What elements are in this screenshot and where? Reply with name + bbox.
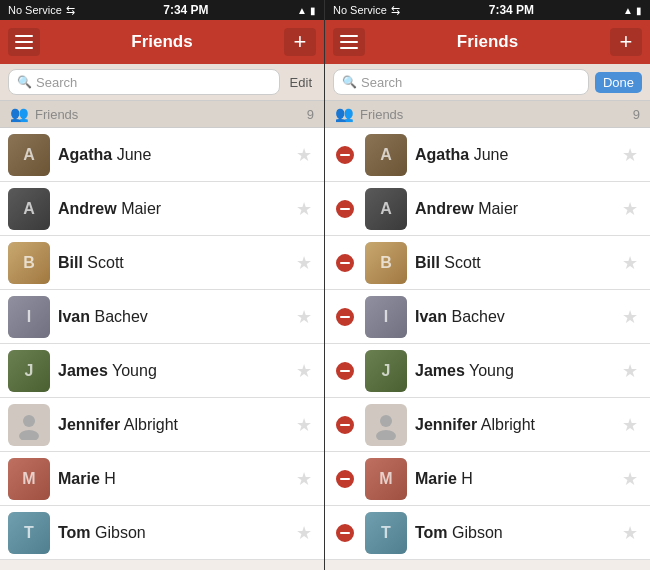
- section-label: Friends: [360, 107, 627, 122]
- delete-button[interactable]: [333, 197, 357, 221]
- item-name: Agatha June: [415, 146, 610, 164]
- star-button[interactable]: ★: [618, 305, 642, 329]
- menu-button[interactable]: [333, 28, 365, 56]
- star-button[interactable]: ★: [618, 521, 642, 545]
- delete-button[interactable]: [333, 305, 357, 329]
- search-input-wrap[interactable]: 🔍 Search: [333, 69, 589, 95]
- item-name: Agatha June: [58, 146, 284, 164]
- star-button[interactable]: ★: [618, 197, 642, 221]
- avatar: A: [365, 134, 407, 176]
- edit-button[interactable]: Edit: [286, 73, 316, 92]
- star-icon: ★: [296, 468, 312, 490]
- section-label: Friends: [35, 107, 301, 122]
- list-item[interactable]: T Tom Gibson ★: [0, 506, 324, 560]
- list-item[interactable]: A Agatha June ★: [0, 128, 324, 182]
- status-bar: No Service ⇆ 7:34 PM ▲ ▮: [325, 0, 650, 20]
- item-name: James Young: [415, 362, 610, 380]
- section-count: 9: [633, 107, 640, 122]
- delete-button[interactable]: [333, 143, 357, 167]
- list-item[interactable]: A Andrew Maier ★: [0, 182, 324, 236]
- nav-bar: Friends +: [0, 20, 324, 64]
- list-item[interactable]: Jennifer Albright ★: [325, 398, 650, 452]
- avatar-placeholder: [8, 404, 50, 446]
- list-item[interactable]: B Bill Scott ★: [0, 236, 324, 290]
- menu-button[interactable]: [8, 28, 40, 56]
- status-left: No Service ⇆: [333, 4, 400, 17]
- star-button[interactable]: ★: [292, 521, 316, 545]
- avatar: A: [8, 134, 50, 176]
- star-button[interactable]: ★: [618, 143, 642, 167]
- status-right: ▲ ▮: [297, 5, 316, 16]
- status-time: 7:34 PM: [489, 3, 534, 17]
- item-name: Tom Gibson: [58, 524, 284, 542]
- list-item[interactable]: I Ivan Bachev ★: [325, 290, 650, 344]
- list-item[interactable]: Jennifer Albright ★: [0, 398, 324, 452]
- status-time: 7:34 PM: [163, 3, 208, 17]
- search-input-wrap[interactable]: 🔍 Search: [8, 69, 280, 95]
- delete-button[interactable]: [333, 467, 357, 491]
- avatar: A: [8, 188, 50, 230]
- no-service-text: No Service: [333, 4, 387, 16]
- list-item[interactable]: A Agatha June ★: [325, 128, 650, 182]
- search-placeholder: Search: [36, 75, 77, 90]
- avatar: T: [365, 512, 407, 554]
- done-button[interactable]: Done: [595, 72, 642, 93]
- item-name: Bill Scott: [415, 254, 610, 272]
- star-button[interactable]: ★: [292, 467, 316, 491]
- friends-list: A Agatha June ★ A Andrew Maier ★: [325, 128, 650, 570]
- delete-button[interactable]: [333, 359, 357, 383]
- avatar: J: [8, 350, 50, 392]
- star-button[interactable]: ★: [292, 413, 316, 437]
- star-button[interactable]: ★: [292, 359, 316, 383]
- add-button[interactable]: +: [284, 28, 316, 56]
- list-item[interactable]: M Marie H ★: [325, 452, 650, 506]
- avatar: B: [8, 242, 50, 284]
- list-item[interactable]: T Tom Gibson ★: [325, 506, 650, 560]
- section-header: 👥 Friends 9: [0, 100, 324, 128]
- status-right: ▲ ▮: [623, 5, 642, 16]
- avatar: M: [8, 458, 50, 500]
- svg-point-3: [376, 430, 396, 440]
- delete-button[interactable]: [333, 521, 357, 545]
- item-name: Marie H: [58, 470, 284, 488]
- avatar: I: [8, 296, 50, 338]
- star-button[interactable]: ★: [292, 305, 316, 329]
- add-button[interactable]: +: [610, 28, 642, 56]
- star-button[interactable]: ★: [618, 251, 642, 275]
- list-item[interactable]: A Andrew Maier ★: [325, 182, 650, 236]
- panel-normal: No Service ⇆ 7:34 PM ▲ ▮ Friends +: [0, 0, 325, 570]
- star-button[interactable]: ★: [292, 197, 316, 221]
- avatar: J: [365, 350, 407, 392]
- nav-title: Friends: [40, 32, 284, 52]
- star-icon: ★: [622, 252, 638, 274]
- star-icon: ★: [622, 144, 638, 166]
- list-item[interactable]: I Ivan Bachev ★: [0, 290, 324, 344]
- section-header: 👥 Friends 9: [325, 100, 650, 128]
- avatar: I: [365, 296, 407, 338]
- list-item[interactable]: M Marie H ★: [0, 452, 324, 506]
- delete-button[interactable]: [333, 413, 357, 437]
- panel-edit: No Service ⇆ 7:34 PM ▲ ▮ Friends +: [325, 0, 650, 570]
- star-button[interactable]: ★: [292, 251, 316, 275]
- star-icon: ★: [622, 522, 638, 544]
- group-icon: 👥: [335, 105, 354, 123]
- avatar-placeholder: [365, 404, 407, 446]
- group-icon: 👥: [10, 105, 29, 123]
- list-item[interactable]: B Bill Scott ★: [325, 236, 650, 290]
- star-button[interactable]: ★: [618, 413, 642, 437]
- star-button[interactable]: ★: [292, 143, 316, 167]
- list-item[interactable]: J James Young ★: [325, 344, 650, 398]
- search-bar: 🔍 Search Edit: [0, 64, 324, 100]
- star-button[interactable]: ★: [618, 359, 642, 383]
- item-name: Bill Scott: [58, 254, 284, 272]
- wifi-icon: ⇆: [391, 4, 400, 17]
- status-left: No Service ⇆: [8, 4, 75, 17]
- delete-button[interactable]: [333, 251, 357, 275]
- avatar: A: [365, 188, 407, 230]
- star-button[interactable]: ★: [618, 467, 642, 491]
- search-bar: 🔍 Search Done: [325, 64, 650, 100]
- nav-bar: Friends +: [325, 20, 650, 64]
- battery-icon: ▮: [636, 5, 642, 16]
- list-item[interactable]: J James Young ★: [0, 344, 324, 398]
- item-name: Jennifer Albright: [58, 416, 284, 434]
